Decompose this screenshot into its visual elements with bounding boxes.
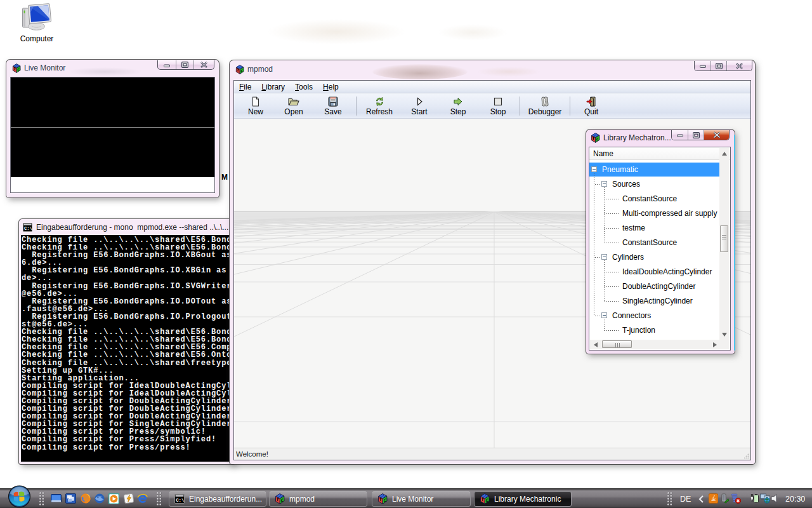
svg-text:C:\: C:\	[24, 225, 32, 231]
svg-text:C:\: C:\	[176, 498, 185, 503]
